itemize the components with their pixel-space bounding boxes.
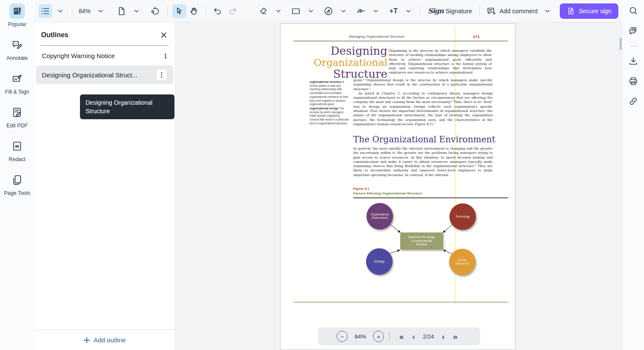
outline-item-page: 1 (164, 52, 167, 59)
highlight-tool-button[interactable] (322, 4, 335, 18)
add-comment-dropdown[interactable] (541, 4, 554, 18)
page-view-dropdown[interactable] (130, 4, 143, 18)
chevron-down-icon (274, 7, 283, 15)
sidebar-item-label: Popular (8, 21, 26, 27)
page-view-button[interactable] (115, 4, 128, 18)
margin-note-design: organizational design The process by whi… (310, 107, 349, 126)
search-button[interactable] (628, 6, 638, 16)
pagination-bar: − 84% + « ‹ 2/24 › » (318, 327, 480, 345)
pdf-page: Managing Organizational Structure 271 De… (280, 24, 515, 350)
chevron-down-icon (339, 7, 348, 15)
text-tool-button[interactable]: +T (387, 4, 400, 18)
draw-tool-button[interactable] (354, 4, 368, 18)
documents-icon (11, 5, 23, 17)
add-comment-label: Add comment (499, 8, 538, 15)
shape-tool-button[interactable] (289, 4, 303, 18)
sidebar-item-label: Redact (9, 156, 26, 162)
chevron-down-icon (132, 7, 141, 15)
outline-item-menu-button[interactable] (156, 69, 167, 81)
rotate-page-button[interactable] (149, 4, 162, 18)
sidebar-item-label: Fill & Sign (5, 89, 29, 95)
margin-notes: organizational structure A formal system… (310, 80, 349, 125)
outline-tooltip: Designing Organizational Structure (80, 94, 174, 119)
sidebar-item-annotate[interactable]: Annotate (1, 37, 33, 61)
comments-list-button[interactable] (628, 26, 638, 36)
edit-pdf-icon (11, 106, 23, 118)
figure-node-label: Organizational Environment (371, 213, 389, 220)
hand-tool-button[interactable] (187, 4, 201, 18)
body-paragraph-block: goals.⁴ Organizational design is the pro… (353, 78, 493, 126)
outlines-title: Outlines (41, 31, 68, 39)
chapter-title: Designing Organizational Structure (298, 45, 387, 80)
outline-panel-toggle-button[interactable] (38, 4, 52, 18)
popular-icon-tile (9, 3, 25, 19)
outline-item-designing[interactable]: Designing Organizational Struct... (36, 65, 173, 84)
figure-center-box: Determine the design of organizational s… (400, 232, 443, 250)
outline-item-copyright[interactable]: Copyright Warning Notice 1 (36, 47, 173, 65)
margin-note-structure: organizational structure A formal system… (310, 80, 349, 106)
redo-button[interactable] (226, 4, 239, 18)
pages-icon (11, 174, 23, 186)
draw-tool-dropdown[interactable] (369, 4, 383, 18)
right-sidebar-divider (629, 46, 637, 46)
kebab-menu-icon (159, 71, 165, 78)
scrollbar-thumb[interactable] (620, 38, 622, 50)
close-icon (160, 31, 168, 39)
download-button[interactable] (628, 56, 638, 66)
highlight-tool-dropdown[interactable] (337, 4, 350, 18)
zoom-out-button[interactable]: − (337, 331, 348, 342)
redact-icon-tile (9, 138, 25, 154)
page-icon (116, 6, 127, 16)
outline-options-dropdown[interactable] (53, 4, 67, 18)
signature-button[interactable]: Sign Signature (425, 4, 475, 18)
add-comment-button[interactable]: Add comment (484, 4, 539, 18)
margin-term: organizational structure (310, 80, 342, 83)
annotate-icon-tile (9, 37, 25, 53)
body-paragraph-3: As noted in Chapter 2, according to cont… (353, 91, 493, 126)
toolbar-separator (420, 6, 420, 16)
fill-and-sign-icon (11, 73, 23, 85)
zoom-in-button[interactable]: + (373, 331, 384, 342)
previous-page-button[interactable]: ‹ (408, 332, 419, 341)
text-tool-dropdown[interactable] (402, 4, 415, 18)
select-tool-button[interactable] (172, 4, 186, 18)
first-page-button[interactable]: « (395, 332, 408, 341)
eraser-tool-button[interactable] (257, 4, 270, 18)
sidebar-item-fill-sign[interactable]: Fill & Sign (1, 71, 33, 95)
top-toolbar: 84% (34, 0, 623, 22)
last-page-button[interactable]: » (449, 332, 462, 341)
figure-node-label: Technology (455, 215, 470, 218)
sidebar-item-redact[interactable]: Redact (1, 138, 33, 162)
cursor-icon (174, 6, 184, 16)
chapter-title-line2: Organizational (298, 57, 387, 68)
eraser-tool-dropdown[interactable] (272, 4, 285, 18)
outline-item-label: Copyright Warning Notice (42, 52, 115, 59)
secure-sign-doc-icon (567, 7, 575, 15)
eraser-icon (258, 6, 269, 16)
body-paragraph-2: goals.⁴ Organizational design is the pro… (353, 78, 493, 91)
figure-node-label: Strategy (374, 260, 385, 263)
shape-tool-dropdown[interactable] (304, 4, 318, 18)
outlines-footer: Add outline (34, 329, 175, 350)
sidebar-item-page-tools[interactable]: Page Tools (1, 172, 33, 196)
list-outline-icon (40, 6, 50, 16)
print-button[interactable] (628, 76, 638, 86)
pdf-editor-app: 84% (0, 0, 644, 350)
sidebar-item-popular[interactable]: Popular (1, 3, 33, 27)
close-panel-button[interactable] (160, 31, 168, 39)
secure-sign-button[interactable]: Secure sign (560, 3, 618, 19)
section-heading: The Organizational Environment (353, 134, 495, 144)
search-icon (628, 6, 638, 16)
text-tool-icon: +T (390, 7, 398, 15)
zoom-dropdown[interactable] (94, 4, 107, 18)
next-page-button[interactable]: › (437, 332, 449, 341)
running-header: Managing Organizational Structure (293, 35, 460, 38)
sidebar-item-edit-pdf[interactable]: Edit PDF (1, 105, 33, 129)
outlines-panel: Outlines Copyright Warning Notice 1 Desi… (34, 22, 175, 350)
figure-node-label: Human Resources (455, 259, 469, 265)
share-link-button[interactable] (628, 96, 638, 106)
add-outline-button[interactable]: Add outline (83, 336, 126, 344)
add-comment-icon (486, 6, 496, 16)
undo-button[interactable] (211, 4, 225, 18)
header-rule (293, 41, 508, 41)
